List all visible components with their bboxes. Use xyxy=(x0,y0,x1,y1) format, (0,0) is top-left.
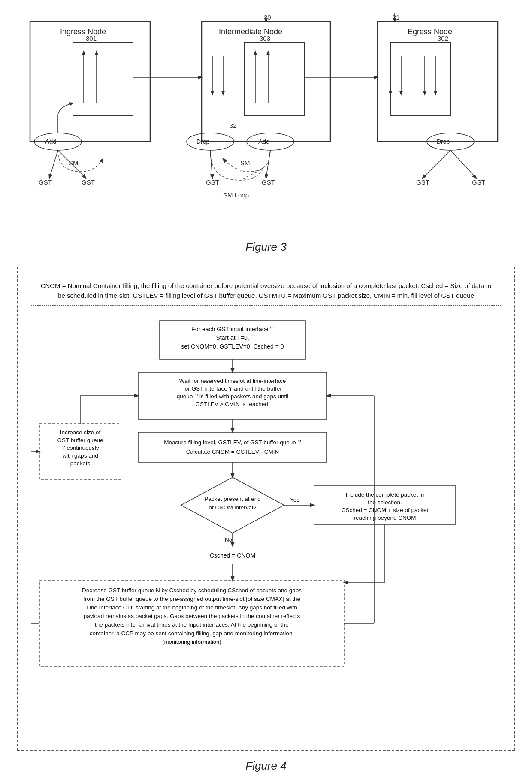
svg-text:Include the complete packet in: Include the complete packet in xyxy=(346,491,424,498)
svg-text:GSTLEV > CMIN is reached.: GSTLEV > CMIN is reached. xyxy=(196,401,270,407)
sm-mid: SM xyxy=(240,159,250,167)
num-30: 30 xyxy=(264,14,271,21)
svg-text:payload remains as packet gaps: payload remains as packet gaps. Gaps bet… xyxy=(84,613,300,619)
gst-right2: GST xyxy=(472,179,485,186)
gst-mid1: GST xyxy=(206,179,219,186)
svg-text:GST buffer queue: GST buffer queue xyxy=(57,437,103,443)
svg-text:Yes: Yes xyxy=(290,497,299,503)
gst-right1: GST xyxy=(416,179,429,186)
num-303: 303 xyxy=(260,35,270,42)
svg-text:'i' continuously: 'i' continuously xyxy=(62,445,99,451)
figure4-flowchart: For each GST input interface 'i' Start a… xyxy=(31,316,503,737)
figure3-title: Figure 3 xyxy=(17,240,515,254)
ingress-label: Ingress Node xyxy=(60,27,106,36)
gst-mid2: GST xyxy=(262,179,275,186)
svg-line-29 xyxy=(450,150,476,178)
figure3-diagram: Ingress Node 301 Intermediate Node 303 E… xyxy=(17,13,515,236)
svg-text:Line Interface Out, starting a: Line Interface Out, starting at the begi… xyxy=(86,604,297,611)
svg-text:Measure filling level, GSTLEV,: Measure filling level, GSTLEV, of GST bu… xyxy=(164,439,301,446)
svg-text:Csched = CNOM: Csched = CNOM xyxy=(210,552,255,559)
figure4-area: CNOM = Nominal Container filling, the fi… xyxy=(17,267,515,751)
drop-mid-left: Drop xyxy=(196,138,210,145)
svg-text:For each GST input interface ': For each GST input interface 'i' xyxy=(191,326,274,333)
svg-rect-49 xyxy=(138,432,327,462)
svg-text:No: No xyxy=(225,537,232,543)
svg-text:set CNOM=0, GSTLEV=0, Csched =: set CNOM=0, GSTLEV=0, Csched = 0 xyxy=(181,343,284,350)
page: Ingress Node 301 Intermediate Node 303 E… xyxy=(0,0,532,779)
svg-text:Increase size of: Increase size of xyxy=(60,429,101,436)
svg-line-24 xyxy=(49,150,58,178)
svg-text:reaching beyond CNOM: reaching beyond CNOM xyxy=(354,515,416,521)
definition-box: CNOM = Nominal Container filling, the fi… xyxy=(31,276,501,306)
num-32: 32 xyxy=(230,122,237,129)
gst-left2: GST xyxy=(82,179,95,186)
svg-text:for GST interface 'i' and unti: for GST interface 'i' and until the buff… xyxy=(183,385,282,392)
svg-text:the selection.: the selection. xyxy=(368,499,402,506)
gst-left1: GST xyxy=(39,179,52,186)
svg-line-28 xyxy=(423,150,450,178)
drop-right: Drop xyxy=(437,138,450,145)
svg-text:Decrease GST buffer queue N by: Decrease GST buffer queue N by Csched by… xyxy=(82,587,302,594)
svg-text:CSched = CNOM + size of packet: CSched = CNOM + size of packet xyxy=(342,507,429,513)
figure4-title: Figure 4 xyxy=(17,759,515,773)
svg-text:of CNOM interval?: of CNOM interval? xyxy=(209,504,256,511)
svg-text:from the GST buffer queue to t: from the GST buffer queue to the pre-ass… xyxy=(83,596,300,602)
sm-loop: SM Loop xyxy=(223,191,249,199)
svg-rect-1 xyxy=(73,43,133,116)
svg-rect-5 xyxy=(390,43,450,116)
svg-text:Calculate CNOM = GSTLEV - CMIN: Calculate CNOM = GSTLEV - CMIN xyxy=(186,449,279,455)
num-301: 301 xyxy=(86,35,97,42)
svg-text:the packets inter-arrival time: the packets inter-arrival times at the I… xyxy=(95,621,289,628)
svg-text:packets: packets xyxy=(70,460,91,467)
svg-text:(monitoring information): (monitoring information) xyxy=(162,639,221,645)
svg-text:Start at T=0,: Start at T=0, xyxy=(216,334,249,341)
svg-text:queue 'i' is filled with packe: queue 'i' is filled with packets and gap… xyxy=(177,393,288,400)
svg-rect-3 xyxy=(245,43,305,116)
intermediate-label: Intermediate Node xyxy=(219,27,282,36)
svg-text:container, a CCP may be sent c: container, a CCP may be sent containing … xyxy=(90,630,294,637)
svg-text:Packet present at end: Packet present at end xyxy=(204,496,260,502)
num-302: 302 xyxy=(438,35,448,42)
add-mid-right: Add xyxy=(258,138,270,145)
svg-text:with gaps and: with gaps and xyxy=(62,452,98,459)
add-left: Add xyxy=(45,138,57,145)
num-31: 31 xyxy=(393,14,400,21)
svg-text:Wait for reserved timeslot at : Wait for reserved timeslot at line-inter… xyxy=(179,378,286,384)
figure3-svg: Ingress Node 301 Intermediate Node 303 E… xyxy=(17,13,515,219)
